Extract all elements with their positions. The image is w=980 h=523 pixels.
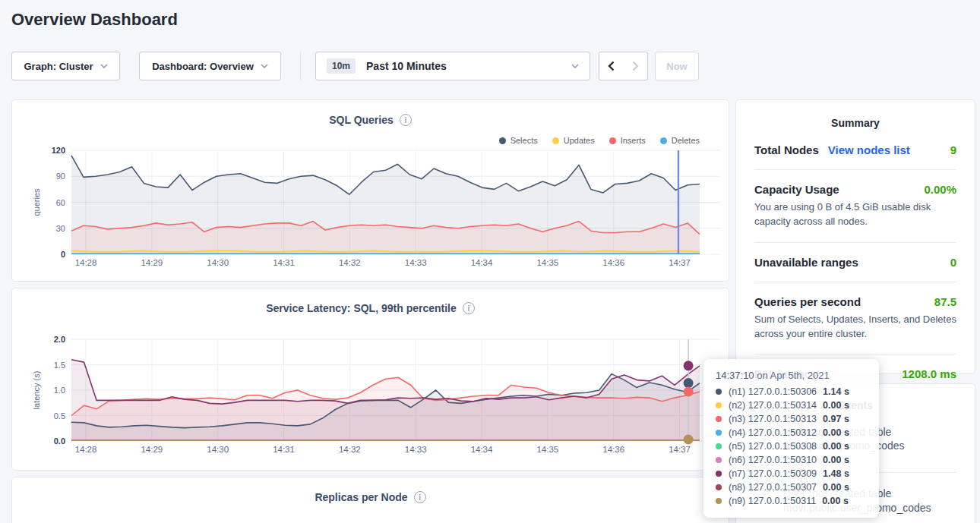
service-latency-panel: Service Latency: SQL, 99th percentile i …	[11, 288, 729, 471]
view-nodes-list-link[interactable]: View nodes list	[828, 143, 910, 156]
series-color-dot	[716, 471, 722, 477]
dashboard-dropdown[interactable]: Dashboard: Overview	[139, 52, 281, 80]
graph-scope-dropdown[interactable]: Graph: Cluster	[11, 52, 120, 80]
node-address: (n7) 127.0.0.1:50309	[729, 468, 817, 479]
info-icon[interactable]: i	[463, 302, 475, 314]
sql-queries-panel: SQL Queries i SelectsUpdatesInsertsDelet…	[11, 99, 729, 282]
svg-text:14:33: 14:33	[405, 445, 427, 454]
tooltip-node-row: (n9) 127.0.0.1:503110.00 s	[716, 494, 867, 508]
svg-text:14:36: 14:36	[602, 258, 624, 267]
overview-dashboard-page: Overview Dashboard Graph: Cluster Dashbo…	[0, 0, 980, 523]
legend-dot	[660, 137, 667, 144]
tooltip-node-row: (n5) 127.0.0.1:503080.00 s	[716, 440, 867, 453]
summary-row-total-nodes: Total Nodes View nodes list 9	[754, 131, 956, 156]
tooltip-timestamp: 14:37:10 on Apr 5th, 2021	[716, 370, 867, 385]
now-button[interactable]: Now	[655, 52, 699, 80]
tooltip-node-row: (n3) 127.0.0.1:503130.97 s	[716, 412, 867, 426]
unavailable-ranges-label: Unavailable ranges	[754, 256, 858, 269]
svg-text:14:35: 14:35	[536, 258, 558, 267]
summary-title: Summary	[736, 100, 975, 131]
service-latency-chart[interactable]: 0.00.51.01.52.014:2814:2914:3014:3114:32…	[12, 330, 730, 467]
svg-text:14:30: 14:30	[207, 258, 229, 267]
tooltip-node-row: (n4) 127.0.0.1:503120.00 s	[716, 426, 867, 440]
chevron-down-icon	[261, 64, 268, 68]
node-address: (n5) 127.0.0.1:50308	[729, 441, 817, 452]
chevron-left-icon	[608, 61, 615, 71]
svg-text:1.0: 1.0	[54, 386, 65, 395]
page-title: Overview Dashboard	[11, 10, 178, 30]
toolbar-divider	[300, 52, 301, 80]
p99-latency-value: 1208.0 ms	[902, 367, 956, 380]
node-address: (n1) 127.0.0.1:50306	[729, 386, 817, 397]
chevron-right-icon	[632, 61, 639, 71]
replicas-per-node-title: Replicas per Node	[315, 491, 407, 503]
svg-text:14:29: 14:29	[141, 445, 163, 454]
summary-row-capacity: Capacity Usage 0.00%	[754, 170, 956, 196]
sql-queries-title: SQL Queries	[329, 114, 394, 126]
legend-dot	[499, 137, 506, 144]
svg-text:14:33: 14:33	[405, 258, 427, 267]
legend-dot	[552, 137, 559, 144]
node-latency-value: 0.00 s	[822, 496, 849, 506]
chevron-down-icon	[100, 64, 108, 68]
series-color-dot	[716, 443, 722, 449]
time-range-label: Past 10 Minutes	[366, 60, 447, 72]
node-address: (n2) 127.0.0.1:50314	[729, 400, 817, 411]
svg-text:14:36: 14:36	[602, 445, 624, 454]
node-address: (n6) 127.0.0.1:50310	[729, 455, 817, 465]
svg-text:0.0: 0.0	[54, 436, 65, 446]
svg-text:90: 90	[56, 172, 65, 181]
sql-queries-chart[interactable]: 030609012014:2814:2914:3014:3114:3214:33…	[12, 144, 730, 277]
svg-text:14:28: 14:28	[75, 445, 97, 454]
legend-dot	[609, 137, 616, 144]
unavailable-ranges-value: 0	[950, 256, 956, 269]
info-icon[interactable]: i	[414, 491, 426, 503]
svg-text:14:34: 14:34	[471, 258, 493, 267]
node-latency-value: 1.48 s	[823, 468, 849, 479]
node-address: (n3) 127.0.0.1:50313	[729, 414, 817, 424]
series-color-dot	[716, 389, 722, 395]
tooltip-node-row: (n1) 127.0.0.1:503061.14 s	[716, 385, 867, 399]
summary-row-qps: Queries per second 87.5	[754, 282, 956, 308]
svg-text:14:35: 14:35	[536, 445, 558, 454]
svg-text:2.0: 2.0	[54, 335, 65, 344]
svg-text:0.5: 0.5	[54, 411, 65, 421]
capacity-usage-label: Capacity Usage	[754, 183, 839, 196]
node-latency-value: 0.00 s	[823, 400, 849, 411]
svg-text:14:31: 14:31	[273, 258, 295, 267]
time-range-dropdown[interactable]: 10m Past 10 Minutes	[315, 52, 590, 80]
dashboard-dropdown-label: Dashboard: Overview	[152, 61, 254, 72]
svg-text:14:32: 14:32	[339, 258, 361, 267]
queries-per-second-value: 87.5	[934, 295, 956, 308]
svg-text:14:30: 14:30	[207, 445, 229, 454]
series-color-dot	[716, 430, 722, 436]
node-address: (n9) 127.0.0.1:50311	[729, 496, 816, 506]
graph-scope-label: Graph: Cluster	[24, 61, 93, 72]
tooltip-node-row: (n8) 127.0.0.1:503070.00 s	[716, 480, 867, 494]
node-address: (n4) 127.0.0.1:50312	[729, 427, 817, 438]
series-color-dot	[716, 484, 722, 490]
svg-text:0: 0	[61, 250, 65, 259]
total-nodes-label: Total Nodes	[754, 143, 819, 156]
tooltip-node-row: (n2) 127.0.0.1:503140.00 s	[716, 399, 867, 412]
time-next-button[interactable]	[623, 52, 648, 80]
info-icon[interactable]: i	[400, 114, 412, 126]
svg-text:latency (s): latency (s)	[32, 371, 41, 410]
capacity-usage-value: 0.00%	[924, 183, 956, 196]
chart-hover-tooltip: 14:37:10 on Apr 5th, 2021 (n1) 127.0.0.1…	[703, 359, 879, 518]
svg-text:14:31: 14:31	[273, 445, 295, 454]
node-latency-value: 0.00 s	[823, 455, 849, 465]
service-latency-title: Service Latency: SQL, 99th percentile	[266, 302, 457, 314]
svg-text:120: 120	[52, 146, 65, 155]
time-prev-button[interactable]	[599, 52, 624, 80]
queries-per-second-desc: Sum of Selects, Updates, Inserts, and De…	[754, 308, 956, 342]
node-address: (n8) 127.0.0.1:50307	[729, 482, 817, 493]
tooltip-node-row: (n7) 127.0.0.1:503091.48 s	[716, 467, 867, 480]
series-color-dot	[716, 457, 722, 463]
svg-text:14:29: 14:29	[141, 258, 163, 267]
time-range-badge: 10m	[327, 58, 356, 74]
svg-text:14:37: 14:37	[669, 445, 691, 454]
node-latency-value: 0.00 s	[823, 427, 849, 438]
summary-row-unavailable: Unavailable ranges 0	[754, 243, 956, 269]
svg-text:30: 30	[56, 224, 65, 233]
